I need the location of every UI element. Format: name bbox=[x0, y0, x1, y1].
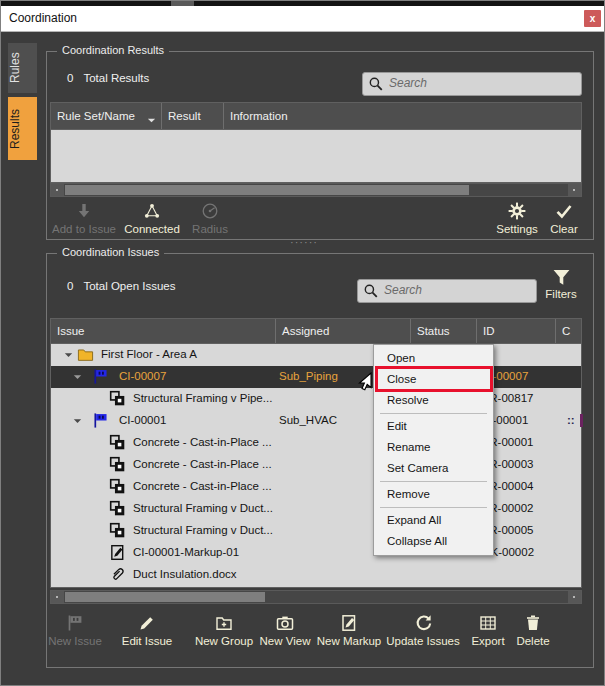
clash-icon bbox=[109, 390, 126, 407]
scroll-right-button[interactable] bbox=[568, 184, 581, 196]
issue-tree-row-structural-framing-v-duct[interactable]: Structural Framing v Duct...CR-00005 bbox=[51, 520, 581, 542]
expander-icon[interactable] bbox=[72, 372, 83, 383]
issues-horizontal-scrollbar[interactable] bbox=[50, 590, 582, 604]
toolbar-button-label: New Issue bbox=[47, 635, 103, 647]
results-search-input[interactable] bbox=[387, 75, 579, 91]
issue-tree-row-first-floor-area-a[interactable]: First Floor - Area A bbox=[51, 344, 581, 366]
search-icon bbox=[363, 283, 379, 299]
column-header-assigned[interactable]: Assigned bbox=[275, 319, 410, 343]
expander-icon[interactable] bbox=[72, 416, 83, 427]
scroll-left-button[interactable] bbox=[51, 184, 64, 196]
folder-icon bbox=[77, 346, 94, 363]
issue-tree-row-structural-framing-v-pipe[interactable]: Structural Framing v Pipe...CR-00817 bbox=[51, 388, 581, 410]
toolbar-button-label: Edit Issue bbox=[115, 635, 179, 647]
toolbar-button-label: Update Issues bbox=[383, 635, 463, 647]
issue-tree-row-concrete-cast-in-place[interactable]: Concrete - Cast-in-Place ...CR-00003 bbox=[51, 454, 581, 476]
issue-tree-row-ci-00007[interactable]: CI-00007Sub_PipingCI-00007 bbox=[51, 366, 581, 388]
menu-item-remove[interactable]: Remove bbox=[374, 484, 493, 505]
scrollbar-thumb[interactable] bbox=[65, 592, 265, 602]
issue-tree-row-concrete-cast-in-place[interactable]: Concrete - Cast-in-Place ...CR-00001 bbox=[51, 432, 581, 454]
issues-tree: First Floor - Area ACI-00007Sub_PipingCI… bbox=[50, 344, 582, 588]
menu-item-close[interactable]: Close bbox=[374, 369, 493, 390]
close-button[interactable]: x bbox=[584, 10, 601, 27]
menu-item-rename[interactable]: Rename bbox=[374, 437, 493, 458]
scroll-left-button[interactable] bbox=[51, 591, 64, 603]
update-issues-button[interactable]: Update Issues bbox=[383, 614, 463, 647]
new-view-button[interactable]: New View bbox=[255, 614, 315, 647]
filters-button[interactable]: Filters bbox=[531, 268, 591, 300]
delete-button[interactable]: Delete bbox=[511, 614, 555, 647]
issue-label: Structural Framing v Duct... bbox=[133, 524, 273, 536]
new-group-button[interactable]: New Group bbox=[192, 614, 256, 647]
add-to-issue-button[interactable]: Add to Issue bbox=[47, 202, 121, 235]
menu-item-resolve[interactable]: Resolve bbox=[374, 390, 493, 411]
radius-button[interactable]: Radius bbox=[182, 202, 238, 235]
results-table-body-empty[interactable] bbox=[50, 130, 582, 183]
scrollbar-thumb[interactable] bbox=[65, 185, 469, 195]
issues-group-title: Coordination Issues bbox=[57, 246, 164, 258]
flag-mono-icon bbox=[47, 614, 103, 634]
issue-label: CI-00007 bbox=[119, 370, 166, 382]
menu-item-edit[interactable]: Edit bbox=[374, 416, 493, 437]
splitter-handle[interactable]: ······ bbox=[284, 237, 324, 247]
markup-icon bbox=[109, 544, 126, 561]
tab-results[interactable]: Results bbox=[8, 97, 37, 160]
issue-tree-row-ci-00001[interactable]: CI-00001Sub_HVACCI-00001:: bbox=[51, 410, 581, 432]
scroll-right-button[interactable] bbox=[568, 591, 581, 603]
toolbar-button-label: Settings bbox=[487, 223, 547, 235]
issue-label: Structural Framing v Pipe... bbox=[133, 392, 272, 404]
assigned-value: Sub_Piping bbox=[279, 370, 338, 382]
menu-separator bbox=[380, 413, 487, 414]
settings-button[interactable]: Settings bbox=[487, 202, 547, 235]
trash-icon bbox=[511, 614, 555, 634]
issues-search-input[interactable] bbox=[382, 282, 534, 298]
column-header-information[interactable]: Information bbox=[223, 103, 581, 129]
results-table-header: Rule Set/NameResultInformation bbox=[50, 102, 582, 130]
issue-tree-row-concrete-cast-in-place[interactable]: Concrete - Cast-in-Place ...CR-00004 bbox=[51, 476, 581, 498]
tab-rules[interactable]: Rules bbox=[8, 43, 37, 93]
toolbar-button-label: Radius bbox=[182, 223, 238, 235]
column-header-c[interactable]: C bbox=[555, 319, 581, 343]
menu-separator bbox=[380, 507, 487, 508]
issue-tree-row-duct-insulation-docx[interactable]: Duct Insulation.docx bbox=[51, 564, 581, 586]
issue-label: CI-00001 bbox=[119, 414, 166, 426]
title-bar: Coordination x bbox=[1, 6, 604, 32]
clash-icon bbox=[109, 500, 126, 517]
coordination-results-group: Coordination Results 0Total Results Rule… bbox=[46, 51, 594, 240]
menu-item-collapse-all[interactable]: Collapse All bbox=[374, 531, 493, 552]
toolbar-button-label: Connected bbox=[120, 223, 184, 235]
flag-icon bbox=[92, 368, 109, 385]
clear-button[interactable]: Clear bbox=[542, 202, 586, 235]
connected-button[interactable]: Connected bbox=[120, 202, 184, 235]
clipped-cell-text: :: bbox=[567, 414, 575, 426]
column-header-status[interactable]: Status bbox=[410, 319, 476, 343]
folder-plus-icon bbox=[192, 614, 256, 634]
column-header-result[interactable]: Result bbox=[161, 103, 223, 129]
menu-item-expand-all[interactable]: Expand All bbox=[374, 510, 493, 531]
new-markup-button[interactable]: New Markup bbox=[314, 614, 384, 647]
clash-icon bbox=[109, 434, 126, 451]
menu-item-open[interactable]: Open bbox=[374, 348, 493, 369]
radius-icon bbox=[182, 202, 238, 222]
issue-tree-row-structural-framing-v-duct[interactable]: Structural Framing v Duct...CR-00002 bbox=[51, 498, 581, 520]
clipped-cell-marker bbox=[580, 414, 583, 427]
chevron-down-icon[interactable] bbox=[145, 110, 158, 123]
export-button[interactable]: Export bbox=[466, 614, 510, 647]
new-issue-button[interactable]: New Issue bbox=[47, 614, 103, 647]
clash-icon bbox=[109, 522, 126, 539]
issue-label: Concrete - Cast-in-Place ... bbox=[133, 480, 272, 492]
menu-item-set-camera[interactable]: Set Camera bbox=[374, 458, 493, 479]
edit-issue-button[interactable]: Edit Issue bbox=[115, 614, 179, 647]
issue-label: Concrete - Cast-in-Place ... bbox=[133, 436, 272, 448]
column-header-rule-set-name[interactable]: Rule Set/Name bbox=[51, 103, 161, 129]
column-header-issue[interactable]: Issue bbox=[51, 319, 275, 343]
column-header-id[interactable]: ID bbox=[476, 319, 555, 343]
issue-tree-row-ci-00001-markup-01[interactable]: CI-00001-Markup-01MK-00002 bbox=[51, 542, 581, 564]
pencil-icon bbox=[115, 614, 179, 634]
gear-icon bbox=[487, 202, 547, 222]
funnel-icon bbox=[531, 268, 591, 288]
expander-icon[interactable] bbox=[63, 350, 74, 361]
network-icon bbox=[120, 202, 184, 222]
results-horizontal-scrollbar[interactable] bbox=[50, 183, 582, 197]
refresh-icon bbox=[383, 614, 463, 634]
